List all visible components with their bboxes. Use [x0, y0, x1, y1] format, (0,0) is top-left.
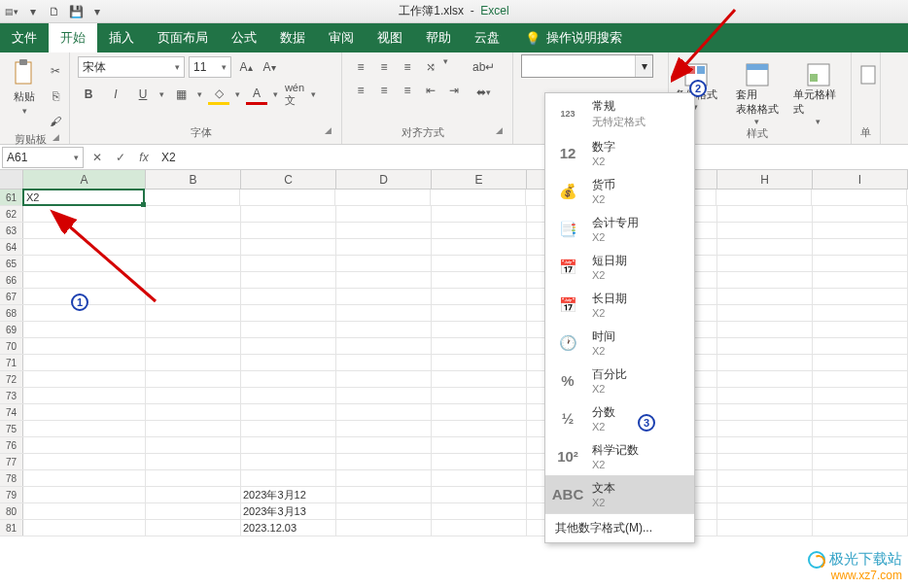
cell[interactable]: [813, 305, 908, 321]
phonetic-icon[interactable]: wén文: [284, 84, 305, 105]
cell[interactable]: [717, 355, 813, 370]
format-option-长日期[interactable]: 📅长日期X2: [545, 286, 694, 324]
cell[interactable]: [241, 256, 336, 271]
format-option-数字[interactable]: 12数字X2: [545, 134, 694, 172]
cell[interactable]: [23, 388, 146, 403]
format-option-科学记数[interactable]: 10²科学记数X2: [545, 437, 694, 475]
cell[interactable]: [23, 223, 146, 238]
cell[interactable]: [23, 454, 146, 469]
cell[interactable]: [717, 404, 813, 420]
cell[interactable]: [336, 272, 432, 288]
fx-icon[interactable]: fx: [132, 151, 156, 164]
cell[interactable]: [336, 256, 432, 271]
cell[interactable]: [241, 421, 336, 436]
cell[interactable]: [717, 305, 813, 321]
cell[interactable]: [813, 206, 908, 222]
row-header-65[interactable]: 65: [0, 256, 23, 271]
tab-home[interactable]: 开始: [49, 23, 97, 52]
align-launcher-icon[interactable]: ◢: [496, 125, 505, 135]
col-header-A[interactable]: A: [23, 170, 146, 189]
qat-dropdown-icon[interactable]: ▤▾: [4, 4, 19, 19]
cell[interactable]: [432, 305, 527, 321]
cell[interactable]: [432, 256, 527, 271]
cell[interactable]: [240, 190, 335, 205]
cell[interactable]: [813, 454, 908, 469]
col-header-I[interactable]: I: [813, 170, 908, 189]
cell[interactable]: [336, 454, 432, 469]
paste-button[interactable]: 粘贴▾: [8, 56, 41, 132]
more-number-formats[interactable]: 其他数字格式(M)...: [545, 513, 694, 542]
row-header-80[interactable]: 80: [0, 503, 23, 519]
cell[interactable]: [146, 404, 241, 420]
cell[interactable]: [146, 206, 241, 222]
cell[interactable]: [241, 338, 336, 354]
cell[interactable]: [23, 421, 146, 436]
align-left-icon[interactable]: ≡: [350, 80, 371, 101]
decrease-font-icon[interactable]: A▾: [259, 56, 280, 78]
row-header-79[interactable]: 79: [0, 487, 23, 502]
cell[interactable]: [336, 305, 432, 321]
number-format-combo[interactable]: ▾: [521, 54, 653, 78]
cell[interactable]: [336, 520, 432, 536]
align-right-icon[interactable]: ≡: [397, 80, 418, 101]
cell[interactable]: [146, 223, 241, 238]
cell[interactable]: [241, 239, 336, 255]
cell[interactable]: [336, 322, 432, 337]
bold-button[interactable]: B: [78, 84, 99, 105]
cell[interactable]: [146, 338, 241, 354]
qat-more-icon[interactable]: ▾: [25, 4, 41, 19]
cell[interactable]: [336, 371, 432, 387]
cell[interactable]: [146, 421, 241, 436]
cell[interactable]: [241, 305, 336, 321]
cell[interactable]: [717, 371, 813, 387]
cell[interactable]: [336, 470, 432, 486]
cell[interactable]: [23, 239, 146, 255]
row-header-66[interactable]: 66: [0, 272, 23, 288]
cut-icon[interactable]: ✂: [45, 60, 66, 82]
tab-data[interactable]: 数据: [268, 23, 317, 52]
tab-formula[interactable]: 公式: [220, 23, 268, 52]
cell[interactable]: [336, 239, 432, 255]
row-header-81[interactable]: 81: [0, 520, 23, 536]
row-header-77[interactable]: 77: [0, 454, 23, 469]
cell[interactable]: [23, 338, 146, 354]
format-option-分数[interactable]: ½分数X2: [545, 399, 694, 437]
cell[interactable]: [717, 322, 813, 337]
font-launcher-icon[interactable]: ◢: [325, 125, 333, 135]
cell[interactable]: [146, 454, 241, 469]
cell[interactable]: 2023.12.03: [241, 520, 336, 536]
cell[interactable]: [717, 437, 813, 453]
cell[interactable]: [146, 289, 241, 304]
row-header-63[interactable]: 63: [0, 223, 23, 238]
cell[interactable]: [813, 487, 908, 502]
cell[interactable]: [812, 190, 907, 205]
cell[interactable]: [432, 454, 527, 469]
tell-me-search[interactable]: 💡 操作说明搜索: [511, 29, 622, 47]
cell[interactable]: [23, 355, 146, 370]
cell[interactable]: [813, 289, 908, 304]
tab-help[interactable]: 帮助: [414, 23, 463, 52]
cell[interactable]: [717, 206, 813, 222]
cell[interactable]: [146, 355, 241, 370]
italic-button[interactable]: I: [105, 84, 126, 105]
cell[interactable]: [716, 190, 812, 205]
cell[interactable]: [336, 355, 432, 370]
cell[interactable]: [717, 520, 813, 536]
row-header-70[interactable]: 70: [0, 338, 23, 354]
cell[interactable]: [146, 322, 241, 337]
border-icon[interactable]: ▦: [170, 84, 192, 105]
name-box[interactable]: A61▾: [2, 147, 84, 168]
cell[interactable]: [145, 190, 240, 205]
row-header-71[interactable]: 71: [0, 355, 23, 370]
row-header-67[interactable]: 67: [0, 289, 23, 304]
cell[interactable]: [432, 371, 527, 387]
cell-styles-button[interactable]: 单元格样式▾: [793, 62, 843, 126]
cell[interactable]: [146, 371, 241, 387]
cell[interactable]: [717, 338, 813, 354]
cell[interactable]: [717, 454, 813, 469]
col-header-D[interactable]: D: [336, 170, 432, 189]
cell[interactable]: [241, 206, 336, 222]
indent-dec-icon[interactable]: ⇤: [420, 80, 441, 101]
cell[interactable]: [241, 437, 336, 453]
row-header-69[interactable]: 69: [0, 322, 23, 337]
